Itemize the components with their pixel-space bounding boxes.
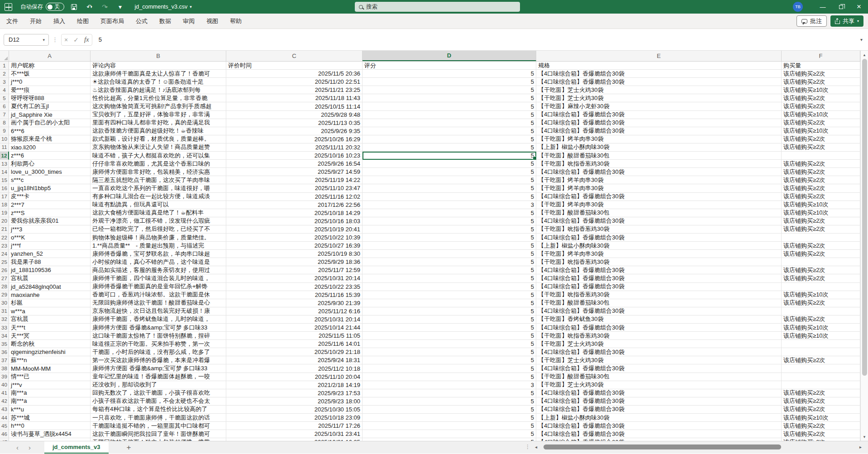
column-header-C[interactable]: C bbox=[226, 51, 362, 61]
grid-cell-C4[interactable]: 2025/11/21 23:25 bbox=[226, 86, 362, 94]
row-number-31[interactable]: 31 bbox=[0, 307, 9, 315]
grid-cell-D17[interactable]: 5 bbox=[362, 193, 536, 201]
grid-cell-C12[interactable]: 2025/10/16 10:23 bbox=[226, 152, 362, 160]
formula-input[interactable]: 5 bbox=[99, 36, 868, 43]
grid-cell-A10[interactable]: 猕猴原来是个桃 bbox=[9, 135, 91, 143]
grid-cell-A8[interactable]: 画个属于自己的小太阳 bbox=[9, 119, 91, 127]
row-number-13[interactable]: 13 bbox=[0, 160, 9, 168]
grid-cell-D4[interactable]: 5 bbox=[362, 86, 536, 94]
grid-cell-F28[interactable] bbox=[782, 283, 860, 291]
grid-cell-A33[interactable]: 天***t bbox=[9, 324, 91, 332]
grid-cell-E43[interactable]: 【4口味综合箱】香爆脆组合30袋 bbox=[536, 406, 782, 414]
autosave-control[interactable]: 自动保存 关 bbox=[20, 3, 64, 11]
row-number-39[interactable]: 39 bbox=[0, 373, 9, 381]
scroll-left-icon[interactable]: ◂ bbox=[535, 444, 537, 449]
sheet-tab-active[interactable]: jd_comments_v3 bbox=[44, 441, 109, 454]
chevron-down-icon[interactable]: ▾ bbox=[91, 5, 92, 9]
grid-cell-E30[interactable]: 【干吃面】酸甜番茄味30包 bbox=[536, 299, 782, 307]
grid-cell-A17[interactable]: 皮***卡 bbox=[9, 193, 91, 201]
horizontal-scrollbar-thumb[interactable] bbox=[544, 444, 781, 449]
grid-cell-F17[interactable]: 该店铺购买≥2次 bbox=[782, 193, 860, 201]
grid-cell-B37[interactable]: 第一次买这款康师傅的香爆脆，本来是冲着爆 bbox=[91, 356, 226, 364]
grid-cell-E37[interactable]: 【干吃面】芝士火鸡30袋 bbox=[536, 356, 782, 364]
grid-cell-D40[interactable]: 3 bbox=[362, 381, 536, 389]
grid-cell-A30[interactable]: 杉邕 bbox=[9, 299, 91, 307]
grid-cell-D38[interactable]: 5 bbox=[362, 364, 536, 373]
chevron-down-icon[interactable]: ▾ bbox=[106, 5, 108, 9]
grid-cell-A25[interactable]: 我是果子88 bbox=[9, 258, 91, 266]
grid-cell-B38[interactable]: 康师傅方便面 香爆脆&amp;宝可梦 多口味33 bbox=[91, 364, 226, 373]
grid-cell-E39[interactable]: 【干吃面】酸甜番茄味30包 bbox=[536, 373, 782, 381]
row-number-46[interactable]: 46 bbox=[0, 430, 9, 438]
save-button[interactable] bbox=[69, 1, 80, 12]
grid-cell-D30[interactable]: 5 bbox=[362, 299, 536, 307]
grid-cell-D11[interactable]: 5 bbox=[362, 143, 536, 152]
menu-tab-6[interactable]: 公式 bbox=[136, 17, 148, 25]
grid-cell-F26[interactable]: 该店铺购买≥2次 bbox=[782, 266, 860, 274]
grid-cell-C17[interactable]: 2025/11/16 12:02 bbox=[226, 193, 362, 201]
scroll-up-icon[interactable]: ▴ bbox=[861, 51, 868, 59]
name-box[interactable]: D12 ▾ bbox=[4, 34, 49, 46]
grid-cell-D21[interactable]: 5 bbox=[362, 225, 536, 234]
column-header-A[interactable]: A bbox=[9, 51, 91, 61]
scrollbar-drag-handle[interactable]: ⋮ bbox=[525, 444, 530, 450]
menu-tab-2[interactable]: 开始 bbox=[30, 17, 42, 25]
grid-cell-F22[interactable] bbox=[782, 234, 860, 242]
column-header-E[interactable]: E bbox=[536, 51, 782, 61]
grid-cell-E5[interactable]: 【干吃面】芝士火鸡30袋 bbox=[536, 94, 782, 102]
grid-cell-B5[interactable]: 性价比超高，分量1元价位算足量，非常香脆 bbox=[91, 94, 226, 102]
grid-cell-E46[interactable]: 【4口味综合箱】香爆脆组合30袋 bbox=[536, 430, 782, 438]
row-number-40[interactable]: 40 bbox=[0, 381, 9, 389]
grid-cell-C41[interactable]: 2025/9/23 17:53 bbox=[226, 389, 362, 397]
grid-cell-B23[interactable]: 1.**商品质量** - 质量超出预期，与描述完 bbox=[91, 242, 226, 250]
grid-cell-C35[interactable]: 2025/11/6 14:01 bbox=[226, 340, 362, 348]
row-number-30[interactable]: 30 bbox=[0, 299, 9, 307]
grid-cell-E18[interactable]: 【干吃面】烤羊肉串30袋 bbox=[536, 201, 782, 209]
grid-cell-E1[interactable]: 规格 bbox=[536, 62, 782, 70]
grid-cell-C42[interactable]: 2025/9/23 18:00 bbox=[226, 397, 362, 406]
scroll-down-icon[interactable]: ▾ bbox=[861, 433, 868, 441]
grid-cell-C28[interactable]: 2025/10/22 23:35 bbox=[226, 283, 362, 291]
grid-cell-C9[interactable]: 2025/9/26 9:35 bbox=[226, 127, 362, 135]
row-number-8[interactable]: 8 bbox=[0, 119, 9, 127]
grid-cell-E10[interactable]: 【干吃面】烤羊肉串30袋 bbox=[536, 135, 782, 143]
grid-cell-F44[interactable]: 该店铺购买≥10次 bbox=[782, 414, 860, 422]
grid-cell-B11[interactable]: 京东购物体验从来没让人失望！商品质量超赞 bbox=[91, 143, 226, 152]
grid-cell-F41[interactable]: 该店铺购买≥2次 bbox=[782, 389, 860, 397]
row-number-25[interactable]: 25 bbox=[0, 258, 9, 266]
confirm-entry-icon[interactable]: ✓ bbox=[73, 36, 79, 43]
grid-cell-F25[interactable] bbox=[782, 258, 860, 266]
grid-cell-D13[interactable]: 5 bbox=[362, 160, 536, 168]
grid-cell-B8[interactable]: 里面有四种口味儿都非常好吃，真的是满足我 bbox=[91, 119, 226, 127]
selected-cell-D12[interactable]: 5 bbox=[362, 152, 536, 160]
column-header-D[interactable]: D bbox=[362, 51, 536, 61]
grid-cell-E27[interactable]: 【4口味综合箱】香爆脆组合30袋 bbox=[536, 274, 782, 282]
row-number-19[interactable]: 19 bbox=[0, 209, 9, 217]
grid-cell-E15[interactable]: 【干吃面】烤羊肉串30袋 bbox=[536, 176, 782, 184]
grid-cell-B26[interactable]: 商品如实描述，客服的服务亲切友好，使用过 bbox=[91, 266, 226, 274]
grid-cell-A13[interactable]: 利欲两心 bbox=[9, 160, 91, 168]
grid-cell-F18[interactable]: 该店铺购买≥10次 bbox=[782, 201, 860, 209]
row-number-11[interactable]: 11 bbox=[0, 143, 9, 152]
row-number-14[interactable]: 14 bbox=[0, 168, 9, 176]
grid-cell-E12[interactable]: 【干吃面】酸甜番茄味30包 bbox=[536, 152, 782, 160]
grid-cell-B22[interactable]: 购物体验超级棒！商品物美价廉，质量绝佳。 bbox=[91, 234, 226, 242]
grid-cell-C14[interactable]: 2025/9/27 14:59 bbox=[226, 168, 362, 176]
column-header-B[interactable]: B bbox=[91, 51, 226, 61]
grid-cell-C39[interactable]: 2025/11/10 20:04 bbox=[226, 373, 362, 381]
grid-cell-B20[interactable]: 外观干净漂亮，做工很不错，没发现什么瑕疵 bbox=[91, 217, 226, 225]
horizontal-scrollbar-track[interactable] bbox=[540, 444, 857, 450]
grid-cell-C13[interactable]: 2025/9/26 16:54 bbox=[226, 160, 362, 168]
grid-cell-E7[interactable]: 【4口味综合箱】香爆脆组合30袋 bbox=[536, 111, 782, 119]
grid-cell-B36[interactable]: 干脆面，小时后的味道，没有那么咸，吃多了 bbox=[91, 348, 226, 356]
grid-cell-C21[interactable]: 2025/10/19 20:41 bbox=[226, 225, 362, 234]
grid-cell-E32[interactable]: 【干吃面】香烤鱿鱼30袋 bbox=[536, 315, 782, 324]
undo-button[interactable]: ↶▾ bbox=[84, 1, 95, 12]
grid-cell-E34[interactable]: 【干吃面】吮指香葱鸡30袋 bbox=[536, 332, 782, 340]
grid-cell-D42[interactable]: 5 bbox=[362, 397, 536, 406]
vertical-scrollbar[interactable]: ▴ ▾ bbox=[860, 51, 868, 441]
grid-cell-B39[interactable]: 童年记忆里的味道！香爆脆面体超酥脆，一咬 bbox=[91, 373, 226, 381]
grid-cell-A43[interactable]: k***u bbox=[9, 406, 91, 414]
add-sheet-button[interactable]: + bbox=[127, 443, 131, 452]
grid-cell-E8[interactable]: 【4口味综合箱】香爆脆组合30袋 bbox=[536, 119, 782, 127]
